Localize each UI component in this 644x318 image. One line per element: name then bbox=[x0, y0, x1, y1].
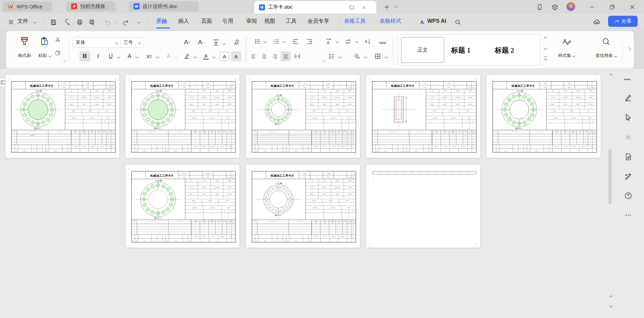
print-preview-button[interactable] bbox=[87, 18, 96, 26]
restore-button[interactable] bbox=[608, 3, 616, 11]
line-spacing-chevron[interactable] bbox=[338, 55, 342, 59]
doc-page-3[interactable]: 机械加工工序卡片产品型号零件图号产品名称零件名称共 页 第 页车间工序号工序名称… bbox=[246, 74, 360, 158]
magic-wand-icon[interactable] bbox=[623, 171, 633, 181]
pinyin-chevron[interactable] bbox=[222, 41, 226, 45]
swap-button[interactable] bbox=[342, 37, 354, 47]
style-normal[interactable]: 正文 bbox=[401, 37, 444, 63]
align-left-button[interactable] bbox=[249, 51, 259, 61]
increase-font-button[interactable]: A+ bbox=[181, 37, 193, 48]
save-button[interactable] bbox=[49, 18, 58, 26]
menu-tools[interactable]: 工具 bbox=[286, 13, 297, 29]
borders-chevron[interactable] bbox=[384, 55, 388, 59]
superscript-button[interactable]: X2 bbox=[143, 51, 155, 61]
char-border-button[interactable]: A bbox=[220, 52, 229, 61]
file-menu-chevron[interactable] bbox=[32, 19, 37, 24]
increase-indent-button[interactable] bbox=[304, 37, 315, 47]
highlight-chevron[interactable] bbox=[193, 55, 197, 59]
menu-member[interactable]: 会员专享 bbox=[308, 13, 329, 29]
strikethrough-chevron[interactable] bbox=[135, 55, 139, 59]
menu-table-style[interactable]: 表格样式 bbox=[380, 13, 401, 29]
style-set-icon[interactable]: A bbox=[556, 35, 577, 48]
text-direction-chevron[interactable] bbox=[335, 39, 339, 43]
doc-page-6[interactable]: 机械加工工序卡片产品型号零件图号产品名称零件名称共 页 第 页车间工序号工序名称… bbox=[125, 164, 240, 248]
doc-page-4[interactable]: 机械加工工序卡片产品型号零件图号产品名称零件名称共 页 第 页车间工序号工序名称… bbox=[366, 74, 481, 158]
decrease-indent-button[interactable] bbox=[290, 37, 301, 47]
decrease-font-button[interactable]: A− bbox=[196, 37, 207, 48]
redo-button[interactable] bbox=[121, 18, 130, 26]
text-effects-button[interactable]: A bbox=[163, 51, 173, 61]
text-effects-chevron[interactable] bbox=[174, 55, 178, 59]
font-color-button[interactable]: A bbox=[201, 51, 211, 61]
menu-table-tools[interactable]: 表格工具 bbox=[344, 13, 366, 29]
tab-ruler-button[interactable] bbox=[377, 37, 389, 47]
history-chevron[interactable] bbox=[136, 19, 141, 24]
shading-chevron[interactable] bbox=[363, 55, 367, 59]
superscript-chevron[interactable] bbox=[155, 55, 159, 59]
next-page-button[interactable] bbox=[607, 303, 614, 309]
bullet-list-chevron[interactable] bbox=[263, 39, 267, 43]
font-name-combo[interactable]: 宋体 bbox=[73, 38, 121, 47]
style-set-label[interactable]: 样式集 bbox=[551, 53, 582, 59]
menu-page[interactable]: 页面 bbox=[201, 13, 212, 29]
close-window-button[interactable] bbox=[628, 3, 637, 11]
justify-button[interactable] bbox=[281, 51, 291, 61]
user-avatar[interactable] bbox=[566, 2, 576, 11]
doc-page-5[interactable]: 机械加工工序卡片产品型号零件图号产品名称零件名称共 页 第 页车间工序号工序名称… bbox=[486, 74, 601, 158]
style-heading1[interactable]: 标题 1 bbox=[451, 35, 471, 66]
styles-scroll-up[interactable] bbox=[542, 35, 548, 41]
char-shading-button[interactable]: A bbox=[231, 51, 241, 61]
ribbon-expand-button[interactable] bbox=[624, 44, 633, 54]
cut-button[interactable] bbox=[53, 35, 62, 44]
adjust-sliders-icon[interactable] bbox=[623, 132, 633, 142]
text-direction-button[interactable]: A bbox=[323, 37, 334, 47]
tab-docer-templates[interactable]: 找稻壳模板 bbox=[66, 1, 115, 11]
wps-ai-menu[interactable]: WPS AI bbox=[427, 13, 446, 29]
scrollbar-thumb[interactable] bbox=[608, 149, 611, 204]
select-cursor-icon[interactable] bbox=[623, 112, 633, 122]
new-tab-button[interactable] bbox=[382, 3, 391, 11]
device-sync-icon[interactable] bbox=[349, 4, 355, 10]
styles-gallery-more[interactable] bbox=[542, 55, 548, 61]
tab-design-doc[interactable]: W 设计说明书.doc bbox=[129, 1, 199, 11]
edit-pen-icon[interactable] bbox=[623, 93, 633, 103]
distribute-button[interactable] bbox=[291, 51, 303, 61]
underline-chevron[interactable] bbox=[116, 55, 120, 59]
find-replace-icon[interactable] bbox=[596, 35, 616, 48]
tab-wps-home[interactable]: WPS Office bbox=[3, 1, 52, 11]
numbered-list-chevron[interactable] bbox=[282, 39, 286, 43]
styles-scroll-down[interactable] bbox=[542, 45, 548, 51]
docer-template-icon[interactable] bbox=[623, 152, 633, 162]
swap-chevron[interactable] bbox=[355, 39, 359, 43]
print-button[interactable] bbox=[75, 18, 84, 26]
shading-button[interactable] bbox=[351, 51, 363, 61]
file-menu[interactable]: 文件 bbox=[17, 13, 28, 29]
doc-page-2[interactable]: 机械加工工序卡片产品型号零件图号产品名称零件名称共 页 第 页车间工序号工序名称… bbox=[125, 74, 240, 158]
undo-button[interactable] bbox=[103, 18, 112, 26]
clear-format-button[interactable] bbox=[230, 36, 242, 47]
doc-page-8[interactable] bbox=[366, 164, 481, 248]
paste-label[interactable]: 粘贴 bbox=[35, 53, 55, 59]
format-painter-button[interactable] bbox=[17, 35, 32, 47]
pinyin-guide-button[interactable]: wén文 bbox=[210, 36, 222, 49]
line-spacing-button[interactable] bbox=[326, 51, 337, 61]
doc-page-1[interactable]: 机械加工工序卡片产品型号零件图号产品名称零件名称共 页 第 页车间工序号工序名称… bbox=[5, 74, 120, 158]
scroll-up-arrow[interactable] bbox=[607, 72, 614, 78]
menu-references[interactable]: 引用 bbox=[222, 13, 233, 29]
search-icon[interactable] bbox=[453, 18, 462, 26]
doc-page-7[interactable]: 机械加工工序卡片产品型号零件图号产品名称零件名称共 页 第 页车间工序号工序名称… bbox=[246, 164, 360, 248]
style-heading2[interactable]: 标题 2 bbox=[495, 35, 514, 66]
find-replace-label[interactable]: 查找替换 bbox=[590, 53, 622, 59]
share-button[interactable]: 分享 bbox=[608, 16, 638, 27]
strikethrough-button[interactable]: A bbox=[124, 51, 135, 61]
paste-button[interactable] bbox=[37, 35, 52, 47]
menu-review[interactable]: 审阅 bbox=[246, 13, 257, 29]
hamburger-menu-icon[interactable] bbox=[7, 18, 15, 26]
minimize-button[interactable] bbox=[588, 3, 596, 11]
sort-button[interactable]: A bbox=[362, 37, 373, 47]
font-color-chevron[interactable] bbox=[212, 55, 216, 59]
clipboard-dialog-launcher[interactable] bbox=[63, 59, 65, 62]
menu-view[interactable]: 视图 bbox=[264, 13, 275, 29]
font-size-combo[interactable]: 三号 bbox=[121, 38, 144, 47]
bullet-list-button[interactable] bbox=[253, 37, 263, 47]
highlight-button[interactable] bbox=[181, 51, 192, 61]
